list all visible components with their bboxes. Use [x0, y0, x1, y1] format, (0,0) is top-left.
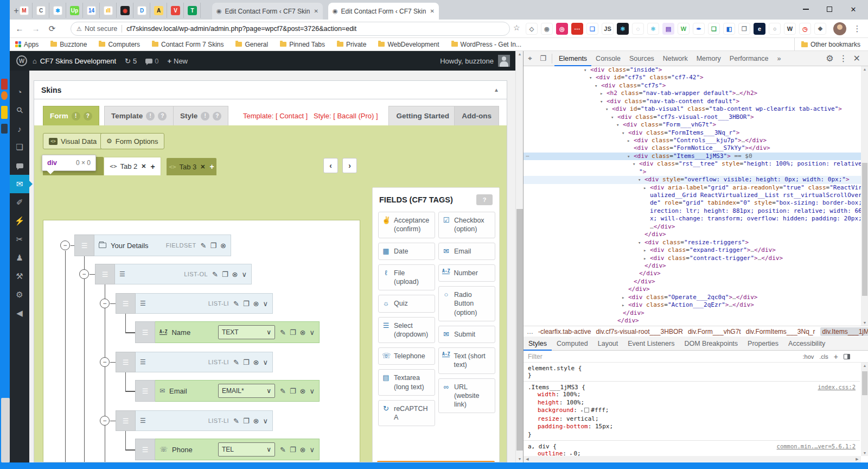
expanded-arrow-icon[interactable]: ▾	[611, 113, 617, 121]
editor-tab-3[interactable]: <> Tab 3 ✕ +	[167, 158, 216, 175]
tree-node-body[interactable]: ☰LIST-LI✎❐⊗∨	[136, 410, 273, 431]
clock-extension-icon[interactable]: ◷	[799, 23, 811, 35]
dom-node-line[interactable]: ▸<div class="Controls___kju7p">…</div>	[524, 137, 868, 144]
help-badge[interactable]: ?	[158, 112, 167, 121]
dom-node-line[interactable]: ▸<div class="Operate___2qc0q">…</div>	[524, 294, 868, 301]
styles-horizontal-scrollbar[interactable]: ◀ ▶	[524, 456, 861, 462]
styles-tab-dom-breakpoints[interactable]: DOM Breakpoints	[679, 337, 743, 351]
other-bookmarks[interactable]: Other bookmarks	[794, 38, 860, 51]
edit-icon[interactable]: ✎	[280, 446, 286, 454]
red-dots-extension-icon[interactable]: ⋯	[571, 23, 583, 35]
css-property[interactable]: resize: vertical;	[528, 415, 856, 423]
js-search-extension-icon[interactable]: JS	[602, 23, 614, 35]
pinned-tab-upwork[interactable]: Up	[67, 3, 83, 18]
dom-node-line[interactable]: </div>	[524, 262, 868, 270]
blue-tag-extension-icon[interactable]: ◧	[723, 23, 735, 35]
field-button-url[interactable]: ∞URL (website link)	[438, 378, 495, 414]
url-text[interactable]: cf7skinsdev.local/wp-admin/admin.php?pag…	[126, 25, 356, 33]
dom-node-line[interactable]: </div>	[524, 270, 868, 277]
elements-scrollbar[interactable]: ▲ ▼	[861, 66, 868, 326]
pinned-tab-v-red[interactable]: V	[168, 3, 184, 18]
collapsed-arrow-icon[interactable]: ▸	[622, 294, 628, 301]
field-button-textarea[interactable]: ▤Textarea (long text)	[378, 369, 435, 396]
collapse-toggle-icon[interactable]: ▲	[494, 87, 499, 93]
edit-icon[interactable]: ✎	[201, 242, 207, 250]
field-button-number[interactable]: A-ZNumber	[438, 264, 495, 282]
delete-icon[interactable]: ⊗	[300, 328, 306, 337]
duplicate-icon[interactable]: ❐	[290, 387, 296, 395]
dom-node-line[interactable]: ⋯▾<div class="Items___1jMS3"> == $0	[524, 153, 868, 160]
tree-node-body[interactable]: Your DetailsFIELDSET✎❐⊗	[94, 234, 231, 256]
expanded-arrow-icon[interactable]: ▾	[622, 129, 628, 137]
tree-node-body[interactable]: A-ZNameTEXT∨✎❐⊗∨	[155, 321, 320, 343]
expanded-arrow-icon[interactable]: ▾	[600, 98, 607, 105]
css-property[interactable]: padding-bottom: 15px;	[528, 423, 856, 431]
drag-handle[interactable]: ☰	[135, 439, 155, 460]
dom-node-line[interactable]: x; will-change: transform; overflow: hid…	[524, 215, 868, 223]
visual-data-button[interactable]: <> Visual Data	[43, 133, 103, 149]
expanded-arrow-icon[interactable]: ▾	[616, 121, 623, 129]
devtools-tab-sources[interactable]: Sources	[625, 51, 659, 66]
close-tab-icon[interactable]: ✕	[200, 163, 205, 170]
window-maximize-button[interactable]	[821, 2, 838, 16]
react-dark-extension-icon[interactable]: ⚛	[617, 23, 629, 35]
dom-node-line[interactable]: </div>	[524, 309, 868, 317]
help-badge[interactable]: ?	[84, 112, 92, 121]
dom-node-line[interactable]: ▾<div id="cf7s" class="cf7-42">	[524, 74, 868, 81]
bookmark-private[interactable]: Private	[337, 41, 366, 48]
styles-tab-styles[interactable]: Styles	[524, 337, 552, 351]
sidebar-item-tools-wrench[interactable]: ⚒	[10, 267, 29, 286]
window-blue-extension-icon[interactable]: ❑	[586, 23, 598, 35]
drag-handle[interactable]: ☰	[95, 264, 115, 284]
skins-tab-form[interactable]: Form!?	[43, 106, 99, 125]
edit-icon[interactable]: ✎	[280, 387, 286, 395]
collapse-node-button[interactable]: −	[100, 299, 110, 308]
duplicate-icon[interactable]: ❐	[243, 358, 250, 366]
expand-chevron-icon[interactable]: ∨	[309, 446, 315, 454]
field-type-select[interactable]: TEXT∨	[218, 325, 275, 339]
hov-toggle[interactable]: :hov	[803, 353, 814, 360]
expanded-arrow-icon[interactable]: ▾	[627, 153, 634, 160]
expand-chevron-icon[interactable]: ∨	[263, 358, 268, 366]
edit-icon[interactable]: ✎	[233, 300, 239, 308]
sidebar-item-cf7skins-scissors[interactable]: ✂	[10, 230, 29, 249]
dom-node-line[interactable]: </div>	[524, 231, 868, 238]
instagram-extension-icon[interactable]: ◎	[556, 23, 568, 35]
field-button-submit[interactable]: ✉Submit	[438, 326, 495, 343]
css-property[interactable]: outline: ▸0;	[528, 450, 856, 457]
capture-green-extension-icon[interactable]: ❏	[708, 23, 720, 35]
drag-handle[interactable]: ☰	[116, 293, 136, 314]
pages-gray-extension-icon[interactable]: ❒	[738, 23, 750, 35]
dom-node-line[interactable]: ▾<div class="nav-tab-content default">	[524, 98, 868, 105]
expanded-arrow-icon[interactable]: ▾	[638, 239, 644, 246]
window-minimize-button[interactable]	[797, 2, 814, 16]
pinned-tab-c-logo[interactable]: C	[33, 3, 49, 18]
css-property[interactable]: background: ▸#fff;	[528, 407, 856, 415]
tree-node-body[interactable]: ☰LIST-LI✎❐⊗∨	[136, 352, 273, 372]
field-button-email[interactable]: ✉Email	[438, 243, 495, 260]
howdy-account-link[interactable]: Howdy, buzztone	[440, 55, 515, 67]
collapse-node-button[interactable]: −	[100, 416, 110, 426]
site-name-link[interactable]: ⌂ CF7 Skins Development	[33, 57, 116, 65]
delete-icon[interactable]: ⊗	[232, 270, 238, 278]
fields-help-button[interactable]: ?	[476, 194, 493, 205]
duplicate-icon[interactable]: ❐	[222, 270, 228, 278]
tab-scroll-left-button[interactable]: ‹	[323, 158, 338, 173]
new-content-button[interactable]: + New	[167, 57, 188, 65]
reload-button[interactable]: ⟳	[46, 22, 59, 35]
add-tab-icon[interactable]: +	[151, 162, 155, 171]
scrollbar-thumb[interactable]	[862, 163, 867, 296]
duplicate-icon[interactable]: ❐	[290, 328, 296, 337]
dom-node-line[interactable]: </div>	[524, 317, 868, 325]
skins-tab-style[interactable]: Style!?	[173, 106, 228, 125]
collapsed-arrow-icon[interactable]: ▸	[643, 255, 650, 262]
browser-tab-2[interactable]: ◉Edit Contact Form ‹ CF7 Skins De✕	[328, 3, 439, 20]
pinned-tab-a-yellow[interactable]: A	[151, 3, 167, 18]
bookmark-contact-form-7-skins[interactable]: Contact Form 7 Skins	[152, 41, 224, 48]
edit-icon[interactable]: ✎	[280, 328, 286, 337]
help-badge[interactable]: ?	[213, 112, 221, 121]
dom-node-line[interactable]: ▸<div class="Action___2qEzr">…</div>	[524, 301, 868, 309]
devtools-tab-network[interactable]: Network	[659, 51, 692, 66]
breadcrumb-item[interactable]: div.cf7s-visual-root___3HBOR	[596, 328, 683, 335]
add-ons-button[interactable]: Add-ons	[454, 106, 499, 125]
